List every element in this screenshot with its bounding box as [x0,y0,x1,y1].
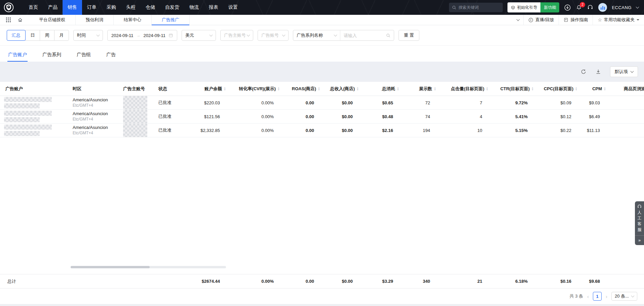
view-selector-button[interactable]: 默认项 [610,66,638,77]
column-header: 时区 [73,82,123,96]
headset-icon[interactable] [587,4,594,11]
account-name-redacted [5,96,73,109]
table-row[interactable]: America/AsuncionEtc/GMT+4 已批准 $2,332.85 … [0,124,644,137]
sort-icon[interactable]: ▲▼ [224,87,226,91]
column-header-sortable[interactable]: 账户余额▲▼ [190,82,231,96]
page-size-select[interactable]: 20 条... [611,292,637,301]
brand-name[interactable]: ECCANG [612,5,632,10]
operation-guide-link[interactable]: 操作指南 [559,15,593,25]
nav-item-warehouse[interactable]: 仓储 [141,0,160,15]
customer-service-widget[interactable]: 人工客服 » [635,201,644,245]
column-header: 状态 [158,82,190,96]
sort-icon[interactable]: ▲▼ [318,87,320,91]
tab-estimated-profit[interactable]: 预估利润 [76,15,114,25]
live-replay-link[interactable]: 直播/回放 [523,15,559,25]
sort-icon[interactable]: ▲▼ [434,87,436,91]
search-input[interactable] [458,5,495,10]
campaign-keyword-input[interactable] [344,33,383,38]
period-summary-button[interactable]: 汇总 [7,30,26,41]
tab-settlement-center[interactable]: 结算中心 [114,15,152,25]
page-number-button[interactable]: 1 [593,292,602,301]
column-header-sortable[interactable]: 转化率(CVR)(展示)▲▼ [231,82,285,96]
download-icon[interactable] [595,69,601,75]
account-chevron-down-icon[interactable] [636,5,639,8]
top-nav: 首页 产品 销售 订单 采购 头程 仓储 自发货 物流 报表 设置 初始化引导 … [0,0,644,15]
global-search[interactable] [449,3,503,12]
subtab-ad-group[interactable]: 广告组 [76,47,91,62]
time-type-value: 时间 [77,32,86,38]
nav-item-purchasing[interactable]: 采购 [102,0,121,15]
account-name-redacted [5,124,73,137]
period-day-button[interactable]: 日 [25,30,40,41]
scrollbar-thumb[interactable] [71,266,150,268]
ctr-cell: 5.15% [493,124,538,137]
balance-cell: $220.03 [190,96,231,109]
init-guide-label: 初始化引导 [517,5,537,10]
user-avatar[interactable] [598,3,607,12]
column-header-sortable[interactable]: CPC(目标页面)▲▼ [538,82,582,96]
account-name-redacted [5,110,73,123]
apps-grid-icon[interactable] [6,18,11,22]
campaign-field-select[interactable]: 广告系列名称 [293,30,340,40]
release-notes-icon[interactable] [564,4,571,11]
nav-item-self-delivery[interactable]: 自发货 [160,0,184,15]
ad-account-select[interactable]: 广告账号 [258,30,289,41]
favorites-link[interactable]: ☆ 常用功能收藏夹 [593,15,644,25]
reset-button[interactable]: 重 置 [399,30,419,41]
advertiser-account-select[interactable]: 广告主账号 [220,30,253,41]
date-range-picker[interactable]: 2024-09-11 → 2024-09-11 [107,30,177,41]
cpc-cell: $0.09 [538,96,582,109]
init-guide-button[interactable]: 初始化引导 [507,2,540,12]
time-type-select[interactable]: 时间 [73,30,103,41]
pageviews-cell [611,124,644,137]
collapse-chevron-down-icon[interactable] [513,20,523,21]
subtab-ad[interactable]: 广告 [106,47,116,62]
sort-icon[interactable]: ▲▼ [604,87,606,91]
column-header-sortable[interactable]: 商品页浏览▲▼ [611,82,644,96]
column-header-sortable[interactable]: 展示数▲▼ [404,82,441,96]
prev-page-icon[interactable]: ‹ [586,294,590,299]
nav-item-first-leg[interactable]: 头程 [121,0,141,15]
table-row[interactable]: America/AsuncionEtc/GMT+4 已批准 $121.56 0.… [0,110,644,124]
home-icon[interactable] [17,17,23,23]
refresh-icon[interactable] [580,69,586,75]
nav-item-settings[interactable]: 设置 [223,0,243,15]
tab-platform-store-auth[interactable]: 平台店铺授权 [29,15,76,25]
nav-item-reports[interactable]: 报表 [204,0,223,15]
arrow-right-icon: → [137,33,141,38]
sort-icon[interactable]: ▲▼ [486,87,488,91]
sort-icon[interactable]: ▲▼ [397,87,399,91]
column-header-sortable[interactable]: 总收入(商店)▲▼ [325,82,364,96]
app-logo-icon[interactable] [3,2,14,13]
nav-item-orders[interactable]: 订单 [82,0,102,15]
notification-bell-icon[interactable]: 2 [576,4,582,11]
table-row[interactable]: America/AsuncionEtc/GMT+4 已批准 $220.03 0.… [0,96,644,110]
chevron-down-icon [334,33,337,36]
expand-double-arrow-icon[interactable]: » [635,235,644,245]
column-header-sortable[interactable]: CPM▲▼ [582,82,611,96]
period-week-button[interactable]: 周 [40,30,54,41]
total-count-text: 共 3 条 [570,293,583,299]
column-header-sortable[interactable]: 点击量(目标页面)▲▼ [441,82,493,96]
subtab-campaign[interactable]: 广告系列 [42,47,62,62]
chevron-down-icon [97,33,100,36]
column-header-sortable[interactable]: ROAS(商店)▲▼ [285,82,325,96]
sort-icon[interactable]: ▲▼ [356,87,359,91]
sort-icon[interactable]: ▲▼ [531,87,534,91]
tab-ad-promotion[interactable]: 广告推广 [152,15,190,25]
sort-icon[interactable]: ▲▼ [277,87,280,91]
nav-item-home[interactable]: 首页 [24,0,43,15]
column-header-sortable[interactable]: CTR(目标页面)▲▼ [493,82,538,96]
nav-item-logistics[interactable]: 物流 [184,0,204,15]
subtab-ad-account[interactable]: 广告账户 [7,47,28,62]
column-header-sortable[interactable]: 总消耗▲▼ [364,82,404,96]
currency-select[interactable]: 美元 [182,30,216,41]
nav-item-products[interactable]: 产品 [43,0,63,15]
new-feature-button[interactable]: 新功能 [540,2,559,12]
roas-cell: 0.00 [285,96,325,109]
horizontal-scrollbar[interactable] [71,266,226,268]
nav-item-sales[interactable]: 销售 [63,0,82,15]
next-page-icon[interactable]: › [605,294,608,299]
sort-icon[interactable]: ▲▼ [575,87,577,91]
period-month-button[interactable]: 月 [54,30,69,41]
